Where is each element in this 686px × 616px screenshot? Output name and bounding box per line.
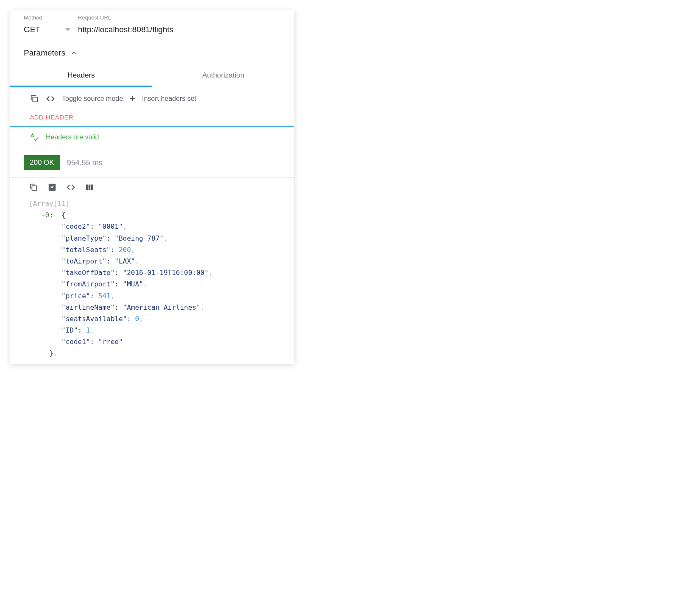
url-field: Request URL — [78, 14, 281, 37]
toggle-source-label: Toggle source mode — [62, 95, 123, 103]
copy-icon[interactable] — [30, 94, 39, 103]
svg-rect-5 — [89, 185, 91, 190]
download-icon[interactable] — [47, 183, 57, 192]
add-header-button[interactable]: ADD HEADER — [10, 110, 294, 127]
status-badge: 200 OK — [24, 155, 60, 170]
tab-headers[interactable]: Headers — [10, 64, 152, 87]
insert-set-label: Insert headers set — [142, 95, 196, 103]
status-row: 200 OK 954.55 ms — [10, 148, 294, 178]
svg-rect-0 — [33, 97, 37, 102]
method-select[interactable]: GET — [24, 23, 71, 37]
caret-down-icon — [65, 28, 70, 31]
response-toolbar — [10, 178, 294, 196]
method-value: GET — [24, 25, 40, 34]
fade-overlay — [10, 355, 294, 364]
raw-code-icon[interactable] — [66, 183, 75, 192]
validation-row: Headers are valid — [10, 127, 294, 148]
url-label: Request URL — [78, 14, 281, 21]
svg-rect-6 — [91, 185, 93, 190]
url-input[interactable] — [78, 23, 281, 37]
svg-rect-4 — [86, 185, 88, 190]
parameters-toggle[interactable]: Parameters — [10, 39, 294, 64]
request-top-row: Method GET Request URL — [10, 14, 294, 39]
sub-tabs: Headers Authorization — [10, 64, 294, 87]
request-panel: Method GET Request URL Parameters Header… — [10, 10, 294, 364]
response-time: 954.55 ms — [67, 158, 103, 167]
parameters-label: Parameters — [24, 48, 65, 58]
response-json: [Array[11] -0: { "code2": "0001", "plane… — [10, 196, 294, 364]
validation-text: Headers are valid — [46, 133, 99, 141]
method-label: Method — [24, 14, 71, 21]
tab-authorization[interactable]: Authorization — [152, 64, 294, 87]
columns-icon[interactable] — [85, 183, 94, 192]
spellcheck-icon — [30, 133, 39, 142]
svg-rect-1 — [32, 186, 36, 190]
chevron-up-icon — [70, 50, 77, 56]
method-field: Method GET — [24, 14, 71, 37]
headers-toolbar: Toggle source mode + Insert headers set — [10, 87, 294, 110]
plus-icon[interactable]: + — [130, 94, 135, 103]
copy-response-icon[interactable] — [29, 183, 38, 192]
code-icon[interactable] — [46, 94, 55, 103]
